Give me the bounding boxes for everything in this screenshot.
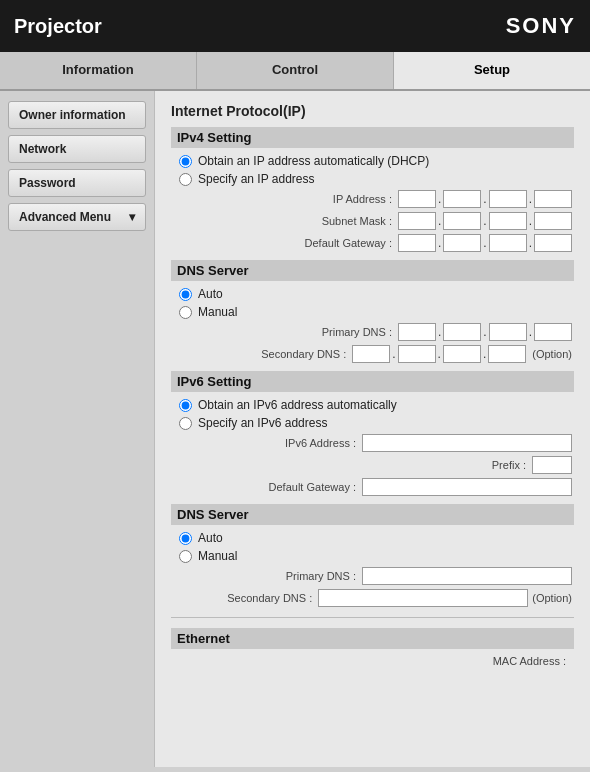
ipv6-gateway-row: Default Gateway : [171, 478, 574, 496]
brand-logo: SONY [506, 13, 576, 39]
gateway-octet-4[interactable] [534, 234, 572, 252]
mac-address-label: MAC Address : [493, 655, 566, 667]
ipv6-dns-manual-label: Manual [198, 549, 237, 563]
ipv4-primary-dns-row: Primary DNS : . . . [171, 323, 574, 341]
ipv6-primary-dns-row: Primary DNS : [171, 567, 574, 585]
gateway-octet-3[interactable] [489, 234, 527, 252]
gateway-octet-2[interactable] [443, 234, 481, 252]
ip-octet-1[interactable] [398, 190, 436, 208]
ipv6-prefix-input[interactable] [532, 456, 572, 474]
ipv4-dhcp-row: Obtain an IP address automatically (DHCP… [171, 154, 574, 168]
ipv6-address-row: IPv6 Address : [171, 434, 574, 452]
section-divider [171, 617, 574, 618]
ipv4-dhcp-radio[interactable] [179, 155, 192, 168]
ipv6-pdns-input[interactable] [362, 567, 572, 585]
ipv4-static-radio[interactable] [179, 173, 192, 186]
subnet-octet-2[interactable] [443, 212, 481, 230]
ipv4-primary-dns-fields: . . . [398, 323, 572, 341]
ipv6-gateway-input[interactable] [362, 478, 572, 496]
page-title: Internet Protocol(IP) [171, 103, 574, 119]
ipv6-static-label: Specify an IPv6 address [198, 416, 327, 430]
tab-bar: Information Control Setup [0, 52, 590, 91]
app-title: Projector [14, 15, 102, 38]
ipv6-dns-auto-radio[interactable] [179, 532, 192, 545]
gateway-row: Default Gateway : . . . [171, 234, 574, 252]
ipv4-secondary-dns-label: Secondary DNS : [261, 348, 346, 360]
ipv6-section: IPv6 Setting Obtain an IPv6 address auto… [171, 371, 574, 607]
ipv4-secondary-dns-row: Secondary DNS : . . . (Option) [171, 345, 574, 363]
ipv4-sdns-octet-2[interactable] [398, 345, 436, 363]
ipv4-dns-manual-radio[interactable] [179, 306, 192, 319]
ip-octet-3[interactable] [489, 190, 527, 208]
ipv6-address-label: IPv6 Address : [285, 437, 356, 449]
ipv6-static-row: Specify an IPv6 address [171, 416, 574, 430]
ipv4-static-row: Specify an IP address [171, 172, 574, 186]
ipv6-secondary-dns-label: Secondary DNS : [227, 592, 312, 604]
main-layout: Owner information Network Password Advan… [0, 91, 590, 767]
ipv6-secondary-dns-option: (Option) [532, 592, 572, 604]
subnet-octet-4[interactable] [534, 212, 572, 230]
ipv4-secondary-dns-fields: . . . (Option) [352, 345, 572, 363]
tab-control[interactable]: Control [197, 52, 394, 89]
ip-octet-2[interactable] [443, 190, 481, 208]
ipv6-dns-auto-label: Auto [198, 531, 223, 545]
password-button[interactable]: Password [8, 169, 146, 197]
owner-information-button[interactable]: Owner information [8, 101, 146, 129]
ipv4-pdns-octet-2[interactable] [443, 323, 481, 341]
header: Projector SONY [0, 0, 590, 52]
ip-octet-4[interactable] [534, 190, 572, 208]
ipv6-auto-row: Obtain an IPv6 address automatically [171, 398, 574, 412]
ipv4-pdns-octet-1[interactable] [398, 323, 436, 341]
ipv6-address-input[interactable] [362, 434, 572, 452]
tab-setup[interactable]: Setup [394, 52, 590, 89]
ethernet-title: Ethernet [171, 628, 574, 649]
ipv4-dns-manual-row: Manual [171, 305, 574, 319]
ipv6-auto-label: Obtain an IPv6 address automatically [198, 398, 397, 412]
ipv6-auto-radio[interactable] [179, 399, 192, 412]
gateway-octet-1[interactable] [398, 234, 436, 252]
subnet-octet-1[interactable] [398, 212, 436, 230]
ipv4-sdns-octet-4[interactable] [488, 345, 526, 363]
ipv6-sdns-input[interactable] [318, 589, 528, 607]
subnet-fields: . . . [398, 212, 572, 230]
ipv4-secondary-dns-option: (Option) [532, 348, 572, 360]
content-area: Internet Protocol(IP) IPv4 Setting Obtai… [155, 91, 590, 767]
ip-address-fields: . . . [398, 190, 572, 208]
ipv6-dns-manual-row: Manual [171, 549, 574, 563]
ipv6-primary-dns-label: Primary DNS : [286, 570, 356, 582]
advanced-menu-button[interactable]: Advanced Menu ▾ [8, 203, 146, 231]
ip-address-label: IP Address : [333, 193, 392, 205]
tab-information[interactable]: Information [0, 52, 197, 89]
network-button[interactable]: Network [8, 135, 146, 163]
subnet-row: Subnet Mask : . . . [171, 212, 574, 230]
ipv6-static-radio[interactable] [179, 417, 192, 430]
ipv6-gateway-label: Default Gateway : [269, 481, 356, 493]
ipv4-dns-auto-row: Auto [171, 287, 574, 301]
ipv4-dns-section: DNS Server Auto Manual Primary DNS : . .… [171, 260, 574, 363]
ip-address-row: IP Address : . . . [171, 190, 574, 208]
ipv6-title: IPv6 Setting [171, 371, 574, 392]
ipv4-primary-dns-label: Primary DNS : [322, 326, 392, 338]
mac-address-row: MAC Address : [171, 655, 574, 667]
ipv4-pdns-octet-3[interactable] [489, 323, 527, 341]
ipv4-dns-auto-radio[interactable] [179, 288, 192, 301]
ipv6-dns-auto-row: Auto [171, 531, 574, 545]
gateway-fields: . . . [398, 234, 572, 252]
ipv4-pdns-octet-4[interactable] [534, 323, 572, 341]
ipv4-dhcp-label: Obtain an IP address automatically (DHCP… [198, 154, 429, 168]
gateway-label: Default Gateway : [305, 237, 392, 249]
ipv4-title: IPv4 Setting [171, 127, 574, 148]
ipv4-dns-title: DNS Server [171, 260, 574, 281]
ipv6-dns-section: DNS Server Auto Manual Primary DNS : Sec… [171, 504, 574, 607]
ipv4-sdns-octet-3[interactable] [443, 345, 481, 363]
ethernet-section: Ethernet MAC Address : [171, 628, 574, 667]
subnet-octet-3[interactable] [489, 212, 527, 230]
chevron-down-icon: ▾ [129, 210, 135, 224]
ipv4-sdns-octet-1[interactable] [352, 345, 390, 363]
ipv6-secondary-dns-row: Secondary DNS : (Option) [171, 589, 574, 607]
subnet-label: Subnet Mask : [322, 215, 392, 227]
ipv4-dns-manual-label: Manual [198, 305, 237, 319]
ipv4-static-label: Specify an IP address [198, 172, 315, 186]
ipv6-dns-manual-radio[interactable] [179, 550, 192, 563]
ipv6-prefix-label: Prefix : [492, 459, 526, 471]
